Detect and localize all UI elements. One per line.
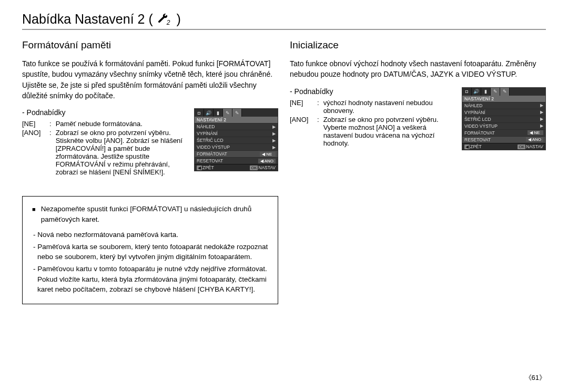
option-desc: Zobrazí se okno pro potvrzení výběru. Vy…	[323, 116, 454, 147]
tab-camera-icon: ◘	[195, 109, 204, 117]
tab-sound-icon: 🔊	[472, 88, 481, 96]
footer-ok: OKNASTAV	[518, 144, 543, 149]
option-key: [NE]	[22, 120, 45, 128]
section-heading: Inicializace	[290, 39, 546, 51]
options-block: - Podnabídky [NE] : Paměť nebude formáto…	[22, 108, 187, 177]
menu-row-label: VYPÍNÁNÍ	[464, 110, 485, 115]
tab-display-icon: ▮	[214, 109, 223, 117]
title-text-suffix: )	[176, 12, 180, 27]
intro-paragraph: Tato funkce se používá k formátování pam…	[22, 58, 278, 101]
icon-subscript: 2	[167, 19, 170, 26]
menu-row: FORMÁTOVAT◀ NE	[195, 150, 278, 157]
menu-title: NASTAVENÍ 2	[462, 96, 545, 102]
menu-row-value: ◀ NE	[260, 152, 276, 157]
chevron-right-icon: ▶	[540, 103, 543, 108]
menu-row-label: VYPÍNÁNÍ	[197, 131, 218, 136]
section-heading: Formátování paměti	[22, 39, 278, 51]
menu-row: VYPÍNÁNÍ▶	[195, 130, 278, 137]
menu-row-label: ŠETŘIČ LCD	[197, 138, 224, 143]
menu-row-label: RESETOVAT	[464, 137, 491, 142]
camera-menu-screenshot: ◘ 🔊 ▮ ✎ ✎ NASTAVENÍ 2 NÁHLED▶VYPÍNÁNÍ▶ŠE…	[462, 87, 546, 150]
option-key: [ANO]	[22, 129, 45, 137]
chevron-right-icon: ▶	[540, 117, 543, 121]
page-title: Nabídka Nastavení 2 ( 2 )	[22, 12, 546, 30]
menu-title: NASTAVENÍ 2	[195, 117, 278, 123]
tab-camera-icon: ◘	[462, 88, 472, 96]
menu-row-label: NÁHLED	[464, 103, 482, 108]
footer-ok: OKNASTAV	[250, 165, 276, 170]
option-sep: :	[49, 120, 52, 128]
two-columns: Formátování paměti Tato funkce se použív…	[22, 39, 546, 369]
menu-row-label: ŠETŘIČ LCD	[464, 117, 491, 122]
menu-row-label: VIDEO VÝSTUP	[464, 123, 498, 129]
menu-row: VIDEO VÝSTUP▶	[195, 143, 278, 150]
tab-display-icon: ▮	[481, 88, 491, 96]
menu-row-value: ◀ NE	[528, 130, 543, 135]
submenu-label: - Podnabídky	[290, 87, 454, 96]
options-block: - Podnabídky [NE] : výchozí hodnoty nast…	[290, 87, 454, 148]
chevron-right-icon: ▶	[540, 123, 543, 128]
menu-row: FORMÁTOVAT◀ NE	[462, 129, 545, 136]
menu-row: RESETOVAT◀ ANO	[462, 136, 545, 143]
options-and-screenshot: - Podnabídky [NE] : Paměť nebude formáto…	[22, 108, 278, 177]
menu-tab-bar: ◘ 🔊 ▮ ✎ ✎	[462, 88, 545, 96]
note-lead-text: Nezapomeňte spustit funkci [FORMÁTOVAT] …	[41, 204, 268, 224]
menu-row: RESETOVAT◀ ANO	[195, 157, 278, 164]
right-column: Inicializace Tato funkce obnoví výchozí …	[290, 39, 546, 369]
menu-row: ŠETŘIČ LCD▶	[195, 137, 278, 143]
menu-row-label: RESETOVAT	[197, 158, 223, 163]
left-column: Formátování paměti Tato funkce se použív…	[22, 39, 278, 369]
option-row: [ANO] : Zobrazí se okno pro potvrzení vý…	[290, 116, 454, 147]
option-row: [NE] : Paměť nebude formátována.	[22, 120, 187, 128]
menu-row: VIDEO VÝSTUP▶	[462, 122, 545, 129]
chevron-right-icon: ▶	[272, 131, 276, 136]
tab-sound-icon: 🔊	[204, 109, 214, 117]
menu-row: ŠETŘIČ LCD▶	[462, 116, 545, 122]
note-item: - Nová nebo nezformátovaná paměťová kart…	[32, 230, 268, 240]
option-key: [NE]	[290, 99, 313, 107]
menu-row-value: ◀ ANO	[526, 137, 543, 142]
menu-tab-bar: ◘ 🔊 ▮ ✎ ✎	[195, 109, 278, 117]
option-desc: Zobrazí se okno pro potvrzení výběru. St…	[56, 129, 187, 176]
submenu-label: - Podnabídky	[22, 108, 187, 117]
option-sep: :	[49, 129, 52, 137]
menu-row: NÁHLED▶	[195, 123, 278, 130]
menu-row: NÁHLED▶	[462, 102, 545, 109]
option-row: [ANO] : Zobrazí se okno pro potvrzení vý…	[22, 129, 187, 176]
menu-footer: ◀ZPĚT OKNASTAV	[195, 164, 278, 171]
option-desc: Paměť nebude formátována.	[56, 120, 187, 128]
settings-2-icon: 2	[157, 14, 173, 25]
chevron-right-icon: ▶	[272, 125, 276, 129]
menu-row-value: ◀ ANO	[258, 159, 276, 163]
note-lead: ■ Nezapomeňte spustit funkci [FORMÁTOVAT…	[32, 204, 268, 224]
note-item: - Paměťová karta se souborem, který tent…	[32, 242, 268, 262]
footer-back: ◀ZPĚT	[464, 144, 482, 149]
tab-settings2-icon: ✎	[232, 109, 242, 117]
title-text-prefix: Nabídka Nastavení 2 (	[22, 12, 153, 27]
page: Nabídka Nastavení 2 ( 2 ) Formátování pa…	[0, 0, 568, 392]
chevron-right-icon: ▶	[272, 145, 276, 150]
option-row: [NE] : výchozí hodnoty nastavení nebudou…	[290, 99, 454, 115]
square-bullet-icon: ■	[32, 205, 36, 224]
chevron-right-icon: ▶	[540, 110, 543, 115]
menu-row-label: FORMÁTOVAT	[197, 151, 227, 157]
note-item: - Paměťovou kartu v tomto fotoaparátu je…	[32, 264, 268, 295]
menu-row-label: NÁHLED	[197, 124, 215, 129]
note-box: ■ Nezapomeňte spustit funkci [FORMÁTOVAT…	[22, 196, 278, 304]
option-key: [ANO]	[290, 116, 313, 123]
chevron-right-icon: ▶	[272, 138, 276, 143]
tab-settings2-icon: ✎	[500, 88, 510, 96]
intro-paragraph: Tato funkce obnoví výchozí hodnoty všech…	[290, 58, 546, 80]
option-list: [NE] : Paměť nebude formátována. [ANO] :…	[22, 120, 187, 176]
menu-row-label: VIDEO VÝSTUP	[197, 145, 230, 150]
menu-row-label: FORMÁTOVAT	[464, 130, 495, 136]
page-number: 61	[22, 373, 546, 383]
tab-settings1-icon: ✎	[491, 88, 500, 96]
menu-row: VYPÍNÁNÍ▶	[462, 109, 545, 116]
option-list: [NE] : výchozí hodnoty nastavení nebudou…	[290, 99, 454, 147]
option-sep: :	[317, 99, 319, 107]
menu-footer: ◀ZPĚT OKNASTAV	[462, 143, 545, 150]
option-desc: výchozí hodnoty nastavení nebudou obnove…	[323, 99, 454, 115]
tab-settings1-icon: ✎	[223, 109, 232, 117]
footer-back: ◀ZPĚT	[197, 165, 214, 170]
